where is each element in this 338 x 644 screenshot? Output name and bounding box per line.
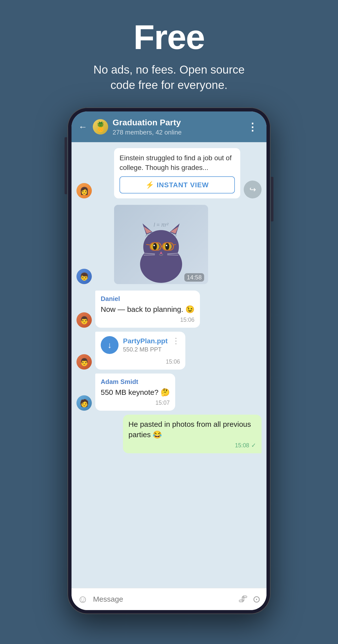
av-boy2b-icon: 👨: [76, 354, 92, 370]
svg-point-9: [165, 243, 169, 250]
outgoing-bubble: He pasted in photos from all previous pa…: [123, 415, 262, 453]
adam-avatar: 🧑: [76, 395, 92, 411]
lightning-icon: ⚡: [145, 181, 154, 189]
daniel-meta: 15:06: [101, 316, 195, 323]
av-boy1-icon: 👦: [76, 269, 92, 284]
instant-view-button[interactable]: ⚡ INSTANT VIEW: [119, 176, 235, 194]
daniel-msg-row: 👨 Daniel Now — back to planning. 😉 15:06: [76, 290, 262, 328]
svg-line-16: [173, 244, 176, 245]
file-more-button[interactable]: ⋮: [172, 336, 180, 346]
download-button[interactable]: ↓: [101, 336, 118, 354]
adam-time: 15:07: [155, 400, 170, 406]
hero-title: Free: [10, 20, 328, 54]
phone-wrapper: ← 🍍 Graduation Party 278 members, 42 onl…: [0, 108, 338, 634]
iv-card-text: Einstein struggled to find a job out of …: [119, 153, 235, 172]
svg-line-15: [146, 244, 150, 245]
sticker-time: 14:58: [184, 273, 204, 282]
svg-point-11: [166, 245, 167, 246]
input-bar: ☺ 🖇 ⊙: [71, 588, 267, 610]
file-bubble: ↓ PartyPlan.ppt 550.2 MB PPT ⋮ 15:06: [95, 332, 185, 370]
file-row: ↓ PartyPlan.ppt 550.2 MB PPT ⋮: [101, 336, 180, 354]
sticker-row: 👦 l = πr²A = πr² + πrsV = l³P = 2πrs = √…: [76, 205, 262, 284]
av-girl-icon: 👩: [76, 183, 92, 198]
adam-bubble: Adam Smidt 550 MB keynote? 🤔 15:07: [95, 374, 175, 411]
sticker-image: l = πr²A = πr² + πrsV = l³P = 2πrs = √(r…: [114, 205, 208, 284]
instant-view-card: Einstein struggled to find a job out of …: [114, 148, 240, 198]
checkmark-icon: ✓: [251, 442, 256, 449]
group-meta: 278 members, 42 online: [113, 128, 241, 136]
daniel-sender: Daniel: [101, 295, 195, 303]
file-info: PartyPlan.ppt 550.2 MB PPT: [123, 337, 168, 353]
adam-sender: Adam Smidt: [101, 378, 170, 386]
group-avatar-emoji: 🍍: [93, 119, 108, 134]
adam-meta: 15:07: [101, 400, 170, 406]
daniel-avatar: 👨: [76, 312, 92, 328]
phone-inner: ← 🍍 Graduation Party 278 members, 42 onl…: [71, 112, 267, 610]
svg-point-8: [153, 243, 157, 250]
share-button[interactable]: ↪: [244, 180, 262, 198]
chat-body: 👩 Einstein struggled to find a job out o…: [71, 142, 267, 588]
iv-btn-label: INSTANT VIEW: [157, 181, 209, 189]
daniel-bubble: Daniel Now — back to planning. 😉 15:06: [95, 290, 200, 328]
outgoing-text: He pasted in photos from all previous pa…: [128, 419, 256, 440]
file-name: PartyPlan.ppt: [123, 337, 168, 345]
outgoing-time: 15:08: [235, 442, 249, 449]
chat-header: ← 🍍 Graduation Party 278 members, 42 onl…: [71, 112, 267, 142]
adam-msg-row: 🧑 Adam Smidt 550 MB keynote? 🤔 15:07: [76, 374, 262, 411]
camera-button[interactable]: ⊙: [253, 594, 261, 604]
iv-sender-avatar: 👩: [76, 183, 92, 198]
file-size: 550.2 MB PPT: [123, 346, 168, 353]
emoji-button[interactable]: ☺: [77, 593, 88, 605]
sticker-sender-avatar: 👦: [76, 269, 92, 284]
hero-subtitle: No ads, no fees. Open source code free f…: [82, 62, 256, 93]
file-meta: 15:06: [101, 358, 180, 365]
attach-button[interactable]: 🖇: [238, 594, 248, 604]
hero-section: Free No ads, no fees. Open source code f…: [0, 0, 338, 108]
phone-outer: ← 🍍 Graduation Party 278 members, 42 onl…: [67, 108, 271, 614]
group-name: Graduation Party: [113, 118, 241, 128]
outgoing-meta: 15:08 ✓: [128, 442, 256, 449]
daniel-text: Now — back to planning. 😉: [101, 304, 195, 314]
av-boy2-icon: 👨: [76, 312, 92, 328]
group-avatar: 🍍: [93, 119, 108, 134]
message-input[interactable]: [93, 595, 233, 604]
more-button[interactable]: ⋮: [246, 121, 260, 133]
daniel-time: 15:06: [180, 316, 195, 323]
outgoing-msg-row: He pasted in photos from all previous pa…: [76, 415, 262, 453]
file-sender-avatar: 👨: [76, 354, 92, 370]
file-time: 15:06: [166, 358, 180, 365]
av-boy3-icon: 🧑: [76, 395, 92, 411]
svg-point-10: [153, 245, 155, 246]
file-msg-row: 👨 ↓ PartyPlan.ppt 550.2 MB PPT ⋮ 1: [76, 332, 262, 370]
instant-view-row: 👩 Einstein struggled to find a job out o…: [76, 148, 262, 198]
adam-text: 550 MB keynote? 🤔: [101, 387, 170, 398]
back-button[interactable]: ←: [78, 122, 87, 132]
chat-info: Graduation Party 278 members, 42 online: [113, 118, 241, 136]
